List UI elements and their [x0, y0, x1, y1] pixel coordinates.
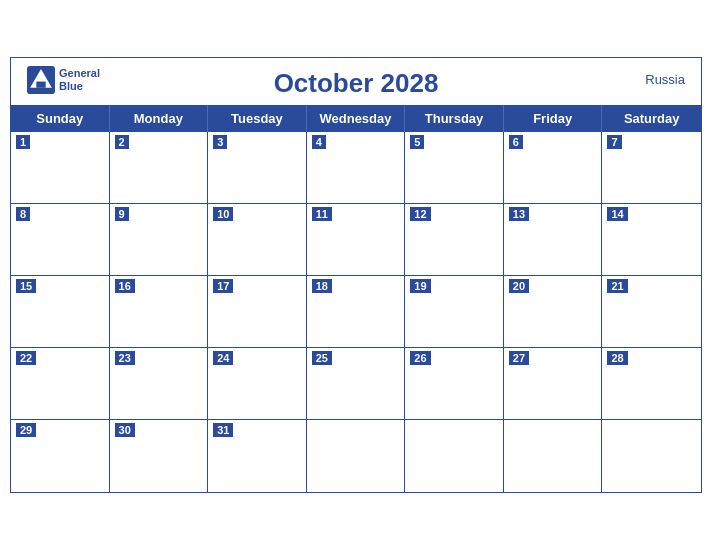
day-number: 21	[607, 279, 627, 293]
day-number: 10	[213, 207, 233, 221]
day-header-tuesday: Tuesday	[208, 105, 307, 132]
day-number: 12	[410, 207, 430, 221]
day-header-saturday: Saturday	[602, 105, 701, 132]
day-number: 18	[312, 279, 332, 293]
day-cell-28: 28	[602, 348, 701, 420]
day-number: 2	[115, 135, 129, 149]
day-header-friday: Friday	[504, 105, 603, 132]
day-number: 20	[509, 279, 529, 293]
day-number: 29	[16, 423, 36, 437]
day-number: 15	[16, 279, 36, 293]
brand-text: General Blue	[59, 67, 100, 93]
day-header-monday: Monday	[110, 105, 209, 132]
day-number: 4	[312, 135, 326, 149]
day-cell-26: 26	[405, 348, 504, 420]
day-cell-14: 14	[602, 204, 701, 276]
general-blue-logo-icon	[27, 66, 55, 94]
day-cell-1: 1	[11, 132, 110, 204]
day-number: 8	[16, 207, 30, 221]
day-number: 14	[607, 207, 627, 221]
day-cell-5: 5	[405, 132, 504, 204]
day-number: 22	[16, 351, 36, 365]
day-number: 6	[509, 135, 523, 149]
calendar: General Blue October 2028 Russia Sunday …	[10, 57, 702, 493]
day-cell-empty	[307, 420, 406, 492]
day-cell-empty	[602, 420, 701, 492]
day-cell-17: 17	[208, 276, 307, 348]
day-cell-empty	[504, 420, 603, 492]
day-number: 25	[312, 351, 332, 365]
day-number: 23	[115, 351, 135, 365]
day-number: 9	[115, 207, 129, 221]
day-cell-13: 13	[504, 204, 603, 276]
day-number: 5	[410, 135, 424, 149]
day-number: 13	[509, 207, 529, 221]
week-row-1: 1234567	[11, 132, 701, 204]
day-number: 27	[509, 351, 529, 365]
day-header-sunday: Sunday	[11, 105, 110, 132]
day-cell-15: 15	[11, 276, 110, 348]
day-headers-row: Sunday Monday Tuesday Wednesday Thursday…	[11, 105, 701, 132]
week-row-4: 22232425262728	[11, 348, 701, 420]
day-cell-31: 31	[208, 420, 307, 492]
week-row-3: 15161718192021	[11, 276, 701, 348]
day-cell-21: 21	[602, 276, 701, 348]
calendar-title: October 2028	[274, 68, 439, 99]
day-cell-9: 9	[110, 204, 209, 276]
day-cell-29: 29	[11, 420, 110, 492]
day-cell-8: 8	[11, 204, 110, 276]
day-cell-10: 10	[208, 204, 307, 276]
day-cell-27: 27	[504, 348, 603, 420]
day-number: 17	[213, 279, 233, 293]
calendar-grid: 1234567891011121314151617181920212223242…	[11, 132, 701, 492]
calendar-header: General Blue October 2028 Russia	[11, 58, 701, 105]
day-cell-11: 11	[307, 204, 406, 276]
day-cell-18: 18	[307, 276, 406, 348]
day-cell-19: 19	[405, 276, 504, 348]
day-number: 31	[213, 423, 233, 437]
day-cell-23: 23	[110, 348, 209, 420]
day-number: 26	[410, 351, 430, 365]
svg-rect-2	[36, 82, 45, 88]
day-cell-7: 7	[602, 132, 701, 204]
day-cell-24: 24	[208, 348, 307, 420]
day-cell-16: 16	[110, 276, 209, 348]
day-number: 1	[16, 135, 30, 149]
day-cell-20: 20	[504, 276, 603, 348]
day-cell-22: 22	[11, 348, 110, 420]
day-cell-30: 30	[110, 420, 209, 492]
week-row-2: 891011121314	[11, 204, 701, 276]
day-cell-2: 2	[110, 132, 209, 204]
day-cell-25: 25	[307, 348, 406, 420]
day-cell-12: 12	[405, 204, 504, 276]
day-number: 11	[312, 207, 332, 221]
day-number: 19	[410, 279, 430, 293]
day-number: 3	[213, 135, 227, 149]
day-cell-6: 6	[504, 132, 603, 204]
week-row-5: 293031	[11, 420, 701, 492]
day-cell-3: 3	[208, 132, 307, 204]
day-header-thursday: Thursday	[405, 105, 504, 132]
day-number: 30	[115, 423, 135, 437]
day-number: 16	[115, 279, 135, 293]
brand-logo-area: General Blue	[27, 66, 100, 94]
day-number: 28	[607, 351, 627, 365]
day-cell-4: 4	[307, 132, 406, 204]
day-number: 7	[607, 135, 621, 149]
day-header-wednesday: Wednesday	[307, 105, 406, 132]
country-label: Russia	[645, 72, 685, 87]
day-cell-empty	[405, 420, 504, 492]
day-number: 24	[213, 351, 233, 365]
